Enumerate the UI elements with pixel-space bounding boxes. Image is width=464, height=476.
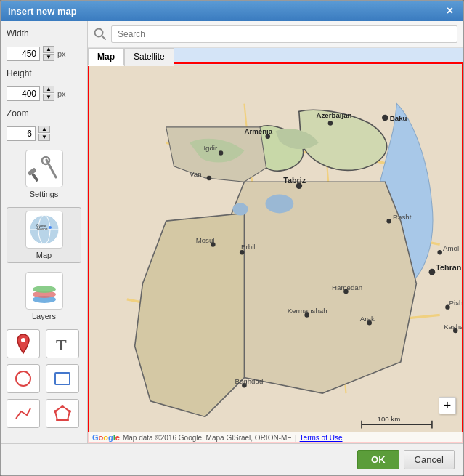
svg-point-49 (429, 269, 436, 275)
width-down-btn[interactable]: ▼ (43, 54, 54, 61)
settings-icon-box (25, 150, 63, 187)
search-icon (94, 28, 107, 41)
svg-point-19 (61, 405, 64, 408)
width-spinner: ▲ ▼ (43, 46, 54, 61)
svg-point-23 (54, 410, 57, 413)
height-input-row: ▲ ▼ px (7, 86, 81, 101)
ok-button[interactable]: OK (357, 450, 399, 469)
zoom-input[interactable] (7, 126, 36, 141)
svg-point-41 (386, 219, 391, 223)
map-icon-box: Coeur d'Alene (25, 211, 63, 249)
svg-text:Tehran: Tehran (436, 263, 461, 272)
small-tools-row1: T (7, 329, 81, 358)
svg-text:Baghdad: Baghdad (235, 377, 263, 385)
svg-point-13 (33, 286, 56, 293)
polyline-icon (14, 404, 33, 423)
svg-text:Pishva: Pishva (449, 299, 463, 307)
svg-point-27 (265, 195, 293, 214)
svg-text:Armenia: Armenia (244, 127, 272, 135)
svg-text:100 km: 100 km (378, 415, 401, 423)
svg-point-14 (21, 338, 25, 342)
svg-text:d'Alene: d'Alene (36, 227, 48, 231)
svg-text:Erbil: Erbil (241, 243, 255, 251)
height-down-btn[interactable]: ▼ (43, 94, 54, 101)
width-label: Width (7, 28, 34, 39)
tab-map[interactable]: Map (88, 48, 124, 66)
width-unit: px (57, 49, 66, 58)
tab-satellite[interactable]: Satellite (124, 48, 174, 66)
svg-point-33 (328, 121, 333, 125)
height-input[interactable] (7, 86, 40, 101)
svg-text:Van: Van (190, 170, 202, 178)
zoom-plus-button[interactable]: + (439, 397, 456, 414)
svg-marker-18 (55, 406, 70, 420)
height-field-row: Height (7, 68, 81, 78)
zoom-field-row: Zoom (7, 108, 81, 118)
svg-text:Rasht: Rasht (393, 213, 412, 221)
zoom-down-btn[interactable]: ▼ (38, 134, 50, 141)
svg-text:Igdir: Igdir (203, 144, 218, 152)
dialog-title-text: Insert new map (8, 6, 77, 17)
width-input[interactable] (7, 47, 40, 61)
svg-text:Azerbaijan: Azerbaijan (317, 111, 352, 119)
map-scale: | (295, 434, 297, 442)
layers-icon (28, 275, 60, 307)
svg-text:Mosul: Mosul (196, 236, 215, 244)
google-logo: Google (92, 433, 120, 442)
zoom-up-btn[interactable]: ▲ (38, 126, 50, 133)
cancel-button[interactable]: Cancel (404, 450, 455, 469)
text-tool-btn[interactable]: T (46, 329, 79, 358)
settings-tool-btn[interactable]: Settings (7, 147, 81, 201)
height-unit: px (57, 89, 66, 98)
layers-label: Layers (32, 312, 56, 320)
dialog-footer: OK Cancel (1, 443, 463, 475)
map-svg: Baku Armenia Azerbaijan Igdir Van Tabriz… (88, 62, 463, 443)
width-field-row: Width (7, 28, 81, 39)
svg-text:Arak: Arak (360, 315, 375, 323)
zoom-input-row: ▲ ▼ (7, 126, 81, 141)
width-input-row: ▲ ▼ px (7, 46, 81, 61)
svg-text:Kashan: Kashan (444, 323, 463, 331)
svg-text:Tabriz: Tabriz (283, 176, 306, 185)
height-spinner: ▲ ▼ (43, 86, 54, 101)
zoom-spinner: ▲ ▼ (38, 126, 50, 141)
map-tool-btn[interactable]: Coeur d'Alene Map (7, 207, 81, 263)
svg-point-28 (232, 203, 248, 215)
circle-icon (14, 369, 33, 388)
svg-point-35 (219, 150, 223, 155)
pin-icon (14, 333, 33, 355)
circle-tool-btn[interactable] (7, 364, 40, 393)
width-up-btn[interactable]: ▲ (43, 46, 54, 53)
dialog-body: Width ▲ ▼ px Height ▲ ▼ px (1, 21, 463, 443)
svg-text:Baku: Baku (390, 114, 407, 122)
height-up-btn[interactable]: ▲ (43, 86, 54, 93)
polyline-tool-btn[interactable] (7, 399, 40, 428)
map-attribution: Google Map data ©2016 Google, Mapa GISra… (88, 432, 463, 443)
small-tools-row3 (7, 399, 81, 428)
svg-rect-17 (55, 373, 70, 384)
svg-point-22 (56, 419, 59, 421)
layers-tool-btn[interactable]: Layers (7, 269, 81, 323)
svg-point-47 (437, 250, 441, 254)
svg-point-31 (265, 134, 269, 139)
rect-tool-btn[interactable] (46, 364, 79, 393)
svg-point-37 (207, 176, 211, 180)
map-container[interactable]: Map Satellite (88, 48, 463, 443)
svg-point-16 (16, 371, 30, 386)
svg-point-29 (382, 115, 388, 121)
pin-tool-btn[interactable] (7, 329, 40, 358)
terms-of-use[interactable]: Terms of Use (300, 434, 343, 442)
dialog-title-bar: Insert new map × (1, 1, 463, 21)
svg-rect-0 (31, 173, 38, 182)
map-search-input[interactable] (111, 25, 457, 43)
height-label: Height (7, 68, 34, 78)
svg-point-20 (68, 410, 71, 413)
text-icon: T (53, 333, 72, 355)
svg-point-21 (66, 419, 69, 421)
small-tools-row2 (7, 364, 81, 393)
map-area: Map Satellite (88, 21, 463, 443)
map-search-bar (88, 21, 463, 48)
polygon-tool-btn[interactable] (46, 399, 79, 428)
svg-text:Hamedan: Hamedan (332, 283, 362, 291)
close-button[interactable]: × (444, 5, 456, 17)
